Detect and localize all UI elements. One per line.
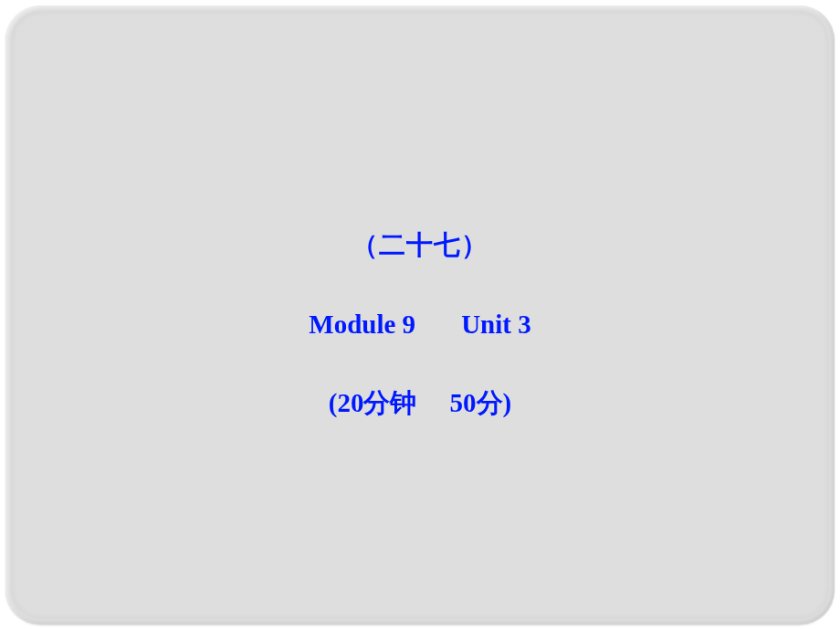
slide-title-number: （二十七） [352, 227, 488, 264]
time-label: (20分钟 [329, 388, 417, 417]
score-label: 50分) [450, 388, 512, 417]
slide-inner: （二十七） Module 9Unit 3 (20分钟50分) [11, 11, 829, 619]
module-label: Module 9 [309, 310, 415, 339]
slide-content: （二十七） Module 9Unit 3 (20分钟50分) [11, 11, 829, 619]
slide-time-score: (20分钟50分) [329, 385, 511, 422]
slide-container: （二十七） Module 9Unit 3 (20分钟50分) [5, 5, 835, 625]
slide-module-unit: Module 9Unit 3 [309, 310, 530, 340]
unit-label: Unit 3 [461, 310, 531, 339]
